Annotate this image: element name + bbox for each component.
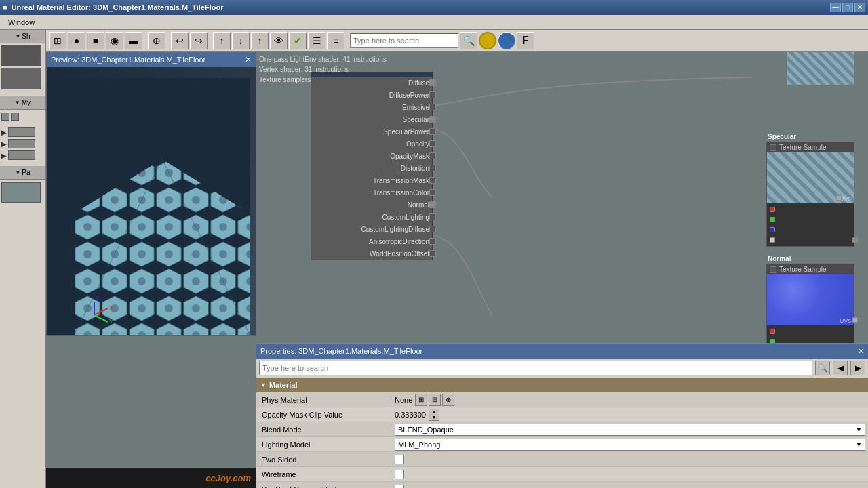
prop-row-per-pixel: Per Pixel Camera Vector [256,482,868,488]
cylinder-btn[interactable]: ◉ [106,32,123,49]
arrow-btn[interactable]: ↑ [213,32,231,49]
two-sided-checkbox[interactable] [395,455,404,464]
undo-btn[interactable]: ↩ [171,32,189,49]
toolbar-search-btn[interactable]: 🔍 [460,32,477,49]
specular-pin-a [767,235,854,245]
diffuse-thumb-node[interactable] [787,52,854,85]
specular-node-box: Texture Sample UVs [766,142,854,247]
prop-row-two-sided: Two Sided [256,452,868,467]
prop-label-phys: Phys Material [256,396,392,404]
app-icon: ■ [3,3,7,12]
left-row-2: ▶ [1,139,44,148]
shape-thumb-1[interactable] [1,45,41,66]
my-icon-2 [11,113,19,121]
specular-node-title: Texture Sample [767,142,854,152]
blend-mode-dropdown[interactable]: BLEND_Opaque ▼ [395,424,865,436]
left-row-1: ▶ [1,127,44,137]
normal-title-icon [770,266,776,273]
maximize-button[interactable]: □ [842,3,853,12]
lighting-model-dropdown[interactable]: MLM_Phong ▼ [395,439,865,451]
eye-btn[interactable]: 👁 [270,32,288,49]
properties-content: Material Phys Material None ⊞ ⊟ ⊕ Opacit… [256,378,868,488]
toolbar-btn-2[interactable] [498,32,515,49]
prop-row-wireframe: Wireframe [256,467,868,482]
close-button[interactable]: ✕ [854,3,865,12]
node-graph-area[interactable]: One pass LightEnv shader: 41 instruction… [256,52,868,343]
specular-uvs-pin [836,195,842,201]
properties-search-input[interactable] [259,361,812,375]
check-btn[interactable]: ✔ [289,32,307,49]
pa-expand-icon: ▼ [15,169,20,176]
normal-pin-g [767,337,854,343]
prop-label-wireframe: Wireframe [256,470,392,479]
lines-btn[interactable]: ≡ [327,32,344,49]
plane-btn[interactable]: ▬ [125,32,142,49]
material-section-header[interactable]: Material [256,378,868,392]
window-title: Unreal Material Editor: 3DM_Chapter1.Mat… [12,3,224,12]
prop-value-lighting[interactable]: MLM_Phong ▼ [392,439,868,451]
pa-thumb [1,182,41,203]
pin-specular: Specular [311,113,432,125]
down-btn[interactable]: ↓ [232,32,250,49]
per-pixel-checkbox[interactable] [395,485,404,489]
pa-tab: ▼Pa [0,166,45,180]
normal-pin-dot-red [770,329,775,334]
menu-window[interactable]: Window [3,17,40,28]
phys-icons: ⊞ ⊟ ⊕ [415,394,454,406]
toolbar-btn-1[interactable] [479,32,496,49]
prop-value-blend[interactable]: BLEND_Opaque ▼ [392,424,868,436]
shapes-section [0,43,45,91]
specular-output-pin [852,237,858,243]
logo-bar: ccJoy.com [46,468,256,488]
phys-icon-1[interactable]: ⊞ [415,394,427,406]
pin-diffusepower: DiffusePower [311,89,432,101]
prop-label-lighting: Lighting Model [256,441,392,449]
normal-texture-node[interactable]: Normal Texture Sample UVs [766,255,854,343]
grid-btn[interactable]: ⊞ [49,32,66,49]
normal-texture-preview: UVs [767,274,854,325]
normal-uvs-pin [852,317,858,323]
phys-icon-2[interactable]: ⊟ [429,394,441,406]
phys-icon-3[interactable]: ⊕ [442,394,454,406]
preview-title-text: Preview: 3DM_Chapter1.Materials.M_TileFl… [51,56,205,64]
prop-search-icon-btn[interactable]: 🔍 [815,361,830,375]
my-section [0,110,45,123]
title-bar-controls[interactable]: — □ ✕ [830,3,865,12]
prop-prev-btn[interactable]: ◀ [833,361,848,375]
pin-transmissioncolor: TransmissionColor [311,186,432,199]
pin-specularpower: SpecularPower [311,125,432,138]
minimize-button[interactable]: — [830,3,841,12]
opacity-spinner[interactable]: ▲ ▼ [429,409,439,421]
redo-btn[interactable]: ↪ [190,32,208,49]
box-btn[interactable]: ■ [87,32,104,49]
left-panel: ▼Sh ▼My ▶ ▶ ▶ ▼Pa [0,30,46,488]
material-node[interactable]: Diffuse DiffusePower Emissive Specular S… [311,72,433,260]
upload-btn[interactable]: ↑ [251,32,269,49]
f-btn[interactable]: F [517,32,534,49]
normal-node-header: Normal [766,255,854,262]
list-btn[interactable]: ☰ [308,32,326,49]
prop-next-btn[interactable]: ▶ [850,361,865,375]
toolbar-search-input[interactable] [350,33,458,48]
pin-customlightingdiffuse: CustomLightingDiffuse [311,223,432,235]
pin-normal: Normal [311,199,432,211]
tile-floor-svg: X Y Z [47,78,250,336]
properties-search-bar: 🔍 ◀ ▶ [256,359,868,378]
sphere-btn[interactable]: ● [68,32,85,49]
pin-customlighting: CustomLighting [311,211,432,223]
prop-row-opacity-mask: Opacity Mask Clip Value 0.333300 ▲ ▼ [256,407,868,422]
wireframe-checkbox[interactable] [395,470,404,479]
preview-close-btn[interactable]: ✕ [245,55,252,64]
pin-dot-blue [770,227,775,232]
properties-close-btn[interactable]: ✕ [858,347,864,356]
pin-worldpositionoffset: WorldPositionOffset [311,247,432,260]
shapes-tab: ▼Sh [0,30,45,43]
shape-thumb-2[interactable] [1,68,41,89]
specular-pin-g [767,215,854,224]
camera-btn[interactable]: ⊕ [148,32,165,49]
specular-texture-node[interactable]: Specular Texture Sample UVs [766,133,854,247]
prop-label-blend: Blend Mode [256,426,392,434]
lighting-dropdown-arrow: ▼ [856,441,862,448]
pin-dot-white [770,237,775,243]
normal-node-title: Texture Sample [767,264,854,274]
